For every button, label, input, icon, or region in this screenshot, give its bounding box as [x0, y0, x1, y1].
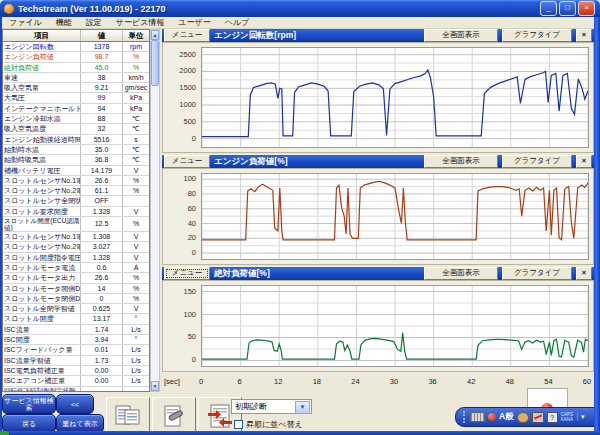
- menu-item[interactable]: サービス情報: [109, 17, 172, 28]
- table-row[interactable]: ISC流量1.74L/s: [3, 325, 149, 335]
- menu-item[interactable]: 設定: [79, 17, 109, 28]
- back-double-button[interactable]: <<: [56, 394, 94, 414]
- row-label: ISC流量学習値: [3, 356, 81, 365]
- row-value: 45.0: [81, 63, 123, 72]
- table-row[interactable]: 車速38km/h: [3, 73, 149, 83]
- row-unit: ℃: [123, 124, 149, 133]
- table-row[interactable]: 吸入空気量9.21gm/sec: [3, 83, 149, 93]
- table-row[interactable]: 始動時水温35.0℃: [3, 145, 149, 155]
- table-row[interactable]: 吸入空気温度32℃: [3, 124, 149, 134]
- menu-item[interactable]: ユーザー: [171, 17, 217, 28]
- table-row[interactable]: スロットル全閉学習値0.625V: [3, 304, 149, 314]
- row-value: 14.179: [81, 166, 123, 175]
- row-value: 12.5: [81, 217, 123, 231]
- table-scrollbar[interactable]: ▲ ▼: [150, 29, 160, 392]
- minimize-button[interactable]: _: [540, 1, 557, 16]
- row-unit: ℃: [123, 155, 149, 164]
- taskbar-sliver: [0, 431, 9, 435]
- snapshot-button[interactable]: [152, 397, 196, 434]
- table-row[interactable]: スロットルセンサNo.2電圧比61.1%: [3, 186, 149, 196]
- chart-close-button[interactable]: ×: [576, 155, 592, 168]
- x-tick-label: 6: [238, 377, 242, 386]
- sort-ascending-option[interactable]: 昇順に並べ替え: [234, 419, 303, 430]
- table-row[interactable]: スロットルセンサNo.1電圧1.308V: [3, 232, 149, 242]
- graphtype-button[interactable]: グラフタイプ: [502, 29, 572, 42]
- graphtype-button[interactable]: グラフタイプ: [502, 155, 572, 168]
- table-row[interactable]: 回転低下時制御判定状態OFF: [3, 387, 149, 393]
- table-row[interactable]: エンジン回転数1378rpm: [3, 42, 149, 52]
- table-row[interactable]: ISC流量学習値1.73L/s: [3, 356, 149, 366]
- row-label: スロットル開度指令電圧: [3, 253, 81, 262]
- table-row[interactable]: 始動時吸気温36.8℃: [3, 155, 149, 165]
- header-item[interactable]: 項目: [3, 30, 81, 41]
- datalist-view-button[interactable]: [106, 397, 150, 434]
- table-row[interactable]: 絶対負荷値45.0%: [3, 63, 149, 73]
- table-row[interactable]: スロットル要求開度1.328V: [3, 207, 149, 217]
- diagnosis-mode-select[interactable]: 初期診断 ▼: [231, 399, 312, 414]
- ime-mode-label[interactable]: A般: [499, 411, 514, 423]
- maximize-button[interactable]: □: [559, 1, 576, 16]
- row-value: 26.6: [81, 273, 123, 282]
- fullscreen-button[interactable]: 全画面表示: [424, 29, 498, 42]
- table-row[interactable]: スロットルモータ出力26.6%: [3, 273, 149, 283]
- ime-help-icon[interactable]: ?: [547, 412, 558, 423]
- chart-menu-button[interactable]: メニュー: [164, 29, 210, 42]
- table-row[interactable]: ISC電気負荷補正量0.00L/s: [3, 366, 149, 376]
- chart-close-button[interactable]: ×: [576, 29, 592, 42]
- ime-status-icon[interactable]: [488, 413, 496, 421]
- header-value[interactable]: 値: [81, 30, 123, 41]
- menu-item[interactable]: ファイル: [2, 17, 49, 28]
- techstream-window: { "window": { "title": "Techstream (Ver …: [0, 0, 600, 435]
- scroll-up-icon[interactable]: ▲: [151, 30, 159, 40]
- table-row[interactable]: インテークマニホールド圧94kPa: [3, 104, 149, 114]
- chart-menu-button[interactable]: メニュー: [164, 155, 210, 168]
- table-row[interactable]: ISCフィードバック量0.01L/s: [3, 345, 149, 355]
- table-row[interactable]: 補機バッテリ電圧14.179V: [3, 166, 149, 176]
- table-row[interactable]: ISC開度3.94°: [3, 335, 149, 345]
- keyboard-icon[interactable]: [470, 412, 485, 422]
- scroll-down-icon[interactable]: ▼: [151, 381, 159, 391]
- chart-header: メニュー 絶対負荷値[%] 全画面表示 グラフタイプ ×: [162, 267, 594, 280]
- chart-menu-button[interactable]: メニュー: [164, 267, 210, 280]
- checkbox-icon[interactable]: [234, 420, 243, 429]
- ime-minimize-icon[interactable]: ▾: [577, 413, 588, 421]
- ime-pen-icon[interactable]: [532, 412, 544, 423]
- table-row[interactable]: ISCエアコン補正量0.00L/s: [3, 376, 149, 386]
- row-value: 1.328: [81, 207, 123, 216]
- ime-grip-handle[interactable]: [463, 411, 467, 423]
- table-row[interactable]: エンジン始動後経過時間5516s: [3, 135, 149, 145]
- row-unit: °: [123, 335, 149, 344]
- row-unit: °: [123, 314, 149, 323]
- chart-close-button[interactable]: ×: [576, 267, 592, 280]
- menu-item[interactable]: ヘルプ: [218, 17, 257, 28]
- table-row[interactable]: スロットルモータ閉側Duty比0%: [3, 294, 149, 304]
- row-label: スロットル開度(ECU認識値): [3, 217, 81, 231]
- ime-language-bar[interactable]: A般 ? CAPS KANA ▾: [455, 407, 596, 427]
- service-info-search-button[interactable]: サービス情報検索: [2, 394, 56, 414]
- combo-dropdown-icon[interactable]: ▼: [295, 401, 310, 414]
- row-label: エンジン回転数: [3, 42, 81, 51]
- table-row[interactable]: スロットルモータ電流0.6A: [3, 263, 149, 273]
- table-row[interactable]: スロットル開度指令電圧1.328V: [3, 253, 149, 263]
- table-row[interactable]: エンジン冷却水温88℃: [3, 114, 149, 124]
- table-row[interactable]: スロットルセンサNo.1電圧比26.6%: [3, 176, 149, 186]
- graphtype-button[interactable]: グラフタイプ: [502, 267, 572, 280]
- table-row[interactable]: スロットルセンサNo.2電圧3.027V: [3, 242, 149, 252]
- table-row[interactable]: スロットルモータ開側Duty比14%: [3, 284, 149, 294]
- row-label: エンジン負荷値: [3, 52, 81, 61]
- table-row[interactable]: エンジン負荷値98.7%: [3, 52, 149, 62]
- header-unit[interactable]: 単位: [123, 30, 149, 41]
- window-titlebar[interactable]: Techstream (Ver 11.00.019) - 22170 _ □ ×: [0, 0, 600, 17]
- table-row[interactable]: スロットル開度(ECU認識値)12.5%: [3, 217, 149, 232]
- row-value: 0.01: [81, 345, 123, 354]
- menu-item[interactable]: 機能: [49, 17, 79, 28]
- table-row[interactable]: 大気圧99kPa: [3, 93, 149, 103]
- fullscreen-button[interactable]: 全画面表示: [424, 267, 498, 280]
- table-row[interactable]: スロットルセンサ全閉状態OFF: [3, 196, 149, 206]
- close-button[interactable]: ×: [578, 1, 595, 16]
- ime-palette-icon[interactable]: [517, 412, 529, 423]
- row-unit: kPa: [123, 104, 149, 113]
- fullscreen-button[interactable]: 全画面表示: [424, 155, 498, 168]
- table-row[interactable]: スロットル開度13.17°: [3, 314, 149, 324]
- scrollbar-thumb[interactable]: [151, 40, 159, 86]
